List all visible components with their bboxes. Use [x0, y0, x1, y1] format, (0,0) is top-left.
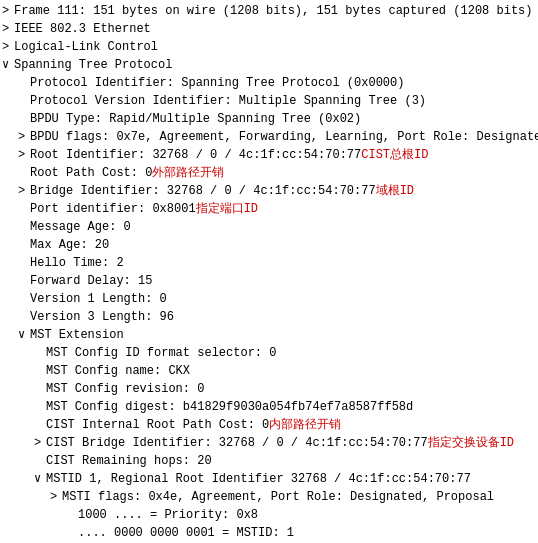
- expand-icon[interactable]: >: [34, 434, 46, 452]
- line-text: CIST Bridge Identifier: 32768 / 0 / 4c:1…: [46, 434, 428, 452]
- tree-line: 1000 .... = Priority: 0x8: [0, 506, 538, 524]
- tree-line[interactable]: >MSTI flags: 0x4e, Agreement, Port Role:…: [0, 488, 538, 506]
- tree-line[interactable]: ∨MSTID 1, Regional Root Identifier 32768…: [0, 470, 538, 488]
- line-text: Logical-Link Control: [14, 38, 158, 56]
- line-text: CIST Remaining hops: 20: [46, 452, 212, 470]
- expand-icon[interactable]: >: [50, 488, 62, 506]
- tree-line: Protocol Identifier: Spanning Tree Proto…: [0, 74, 538, 92]
- tree-line[interactable]: >IEEE 802.3 Ethernet: [0, 20, 538, 38]
- tree-line: Max Age: 20: [0, 236, 538, 254]
- expand-icon[interactable]: >: [18, 128, 30, 146]
- expand-icon[interactable]: >: [18, 182, 30, 200]
- annotation: 指定交换设备ID: [428, 434, 514, 452]
- annotation: 内部路径开销: [269, 416, 341, 434]
- line-text: MST Config revision: 0: [46, 380, 204, 398]
- expand-icon[interactable]: >: [2, 20, 14, 38]
- tree-line: Protocol Version Identifier: Multiple Sp…: [0, 92, 538, 110]
- tree-line: CIST Remaining hops: 20: [0, 452, 538, 470]
- tree-line[interactable]: >Logical-Link Control: [0, 38, 538, 56]
- tree-line[interactable]: ∨MST Extension: [0, 326, 538, 344]
- tree-line: Forward Delay: 15: [0, 272, 538, 290]
- tree-line: .... 0000 0000 0001 = MSTID: 1: [0, 524, 538, 542]
- tree-line: MST Config digest: b41829f9030a054fb74ef…: [0, 398, 538, 416]
- line-text: CIST Internal Root Path Cost: 0: [46, 416, 269, 434]
- line-text: Bridge Identifier: 32768 / 0 / 4c:1f:cc:…: [30, 182, 376, 200]
- line-text: Version 3 Length: 96: [30, 308, 174, 326]
- tree-line[interactable]: ∨Spanning Tree Protocol: [0, 56, 538, 74]
- line-text: Version 1 Length: 0: [30, 290, 167, 308]
- expand-icon[interactable]: ∨: [18, 326, 30, 344]
- line-text: MST Config digest: b41829f9030a054fb74ef…: [46, 398, 413, 416]
- annotation: 外部路径开销: [152, 164, 224, 182]
- tree-line: CIST Internal Root Path Cost: 0 内部路径开销: [0, 416, 538, 434]
- annotation: CIST总根ID: [361, 146, 428, 164]
- tree-line: BPDU Type: Rapid/Multiple Spanning Tree …: [0, 110, 538, 128]
- line-text: Port identifier: 0x8001: [30, 200, 196, 218]
- tree-line: Hello Time: 2: [0, 254, 538, 272]
- line-text: Message Age: 0: [30, 218, 131, 236]
- line-text: Hello Time: 2: [30, 254, 124, 272]
- annotation: 域根ID: [376, 182, 414, 200]
- annotation: 指定端口ID: [196, 200, 258, 218]
- line-text: MST Config name: CKX: [46, 362, 190, 380]
- tree-line: MST Config ID format selector: 0: [0, 344, 538, 362]
- line-text: MSTI flags: 0x4e, Agreement, Port Role: …: [62, 488, 494, 506]
- tree-line: MST Config revision: 0: [0, 380, 538, 398]
- line-text: Protocol Identifier: Spanning Tree Proto…: [30, 74, 404, 92]
- line-text: BPDU flags: 0x7e, Agreement, Forwarding,…: [30, 128, 538, 146]
- tree-line: MST Config name: CKX: [0, 362, 538, 380]
- tree-line[interactable]: >CIST Bridge Identifier: 32768 / 0 / 4c:…: [0, 434, 538, 452]
- line-text: Protocol Version Identifier: Multiple Sp…: [30, 92, 426, 110]
- line-text: Forward Delay: 15: [30, 272, 152, 290]
- tree-line[interactable]: >BPDU flags: 0x7e, Agreement, Forwarding…: [0, 128, 538, 146]
- line-text: 1000 .... = Priority: 0x8: [78, 506, 258, 524]
- line-text: MSTID 1, Regional Root Identifier 32768 …: [46, 470, 471, 488]
- line-text: Max Age: 20: [30, 236, 109, 254]
- line-text: BPDU Type: Rapid/Multiple Spanning Tree …: [30, 110, 361, 128]
- line-text: MST Config ID format selector: 0: [46, 344, 276, 362]
- line-text: IEEE 802.3 Ethernet: [14, 20, 151, 38]
- expand-icon[interactable]: ∨: [2, 56, 14, 74]
- line-text: .... 0000 0000 0001 = MSTID: 1: [78, 524, 294, 542]
- tree-line: Port identifier: 0x8001 指定端口ID: [0, 200, 538, 218]
- expand-icon[interactable]: >: [2, 2, 14, 20]
- packet-tree[interactable]: >Frame 111: 151 bytes on wire (1208 bits…: [0, 0, 538, 543]
- tree-line: Version 1 Length: 0: [0, 290, 538, 308]
- line-text: Root Identifier: 32768 / 0 / 4c:1f:cc:54…: [30, 146, 361, 164]
- tree-line: Root Path Cost: 0 外部路径开销: [0, 164, 538, 182]
- line-text: Frame 111: 151 bytes on wire (1208 bits)…: [14, 2, 538, 20]
- tree-line[interactable]: >Root Identifier: 32768 / 0 / 4c:1f:cc:5…: [0, 146, 538, 164]
- line-text: Spanning Tree Protocol: [14, 56, 172, 74]
- tree-line: Version 3 Length: 96: [0, 308, 538, 326]
- line-text: Root Path Cost: 0: [30, 164, 152, 182]
- tree-line: Message Age: 0: [0, 218, 538, 236]
- tree-line[interactable]: >Frame 111: 151 bytes on wire (1208 bits…: [0, 2, 538, 20]
- tree-line[interactable]: >Bridge Identifier: 32768 / 0 / 4c:1f:cc…: [0, 182, 538, 200]
- line-text: MST Extension: [30, 326, 124, 344]
- expand-icon[interactable]: >: [18, 146, 30, 164]
- expand-icon[interactable]: ∨: [34, 470, 46, 488]
- expand-icon[interactable]: >: [2, 38, 14, 56]
